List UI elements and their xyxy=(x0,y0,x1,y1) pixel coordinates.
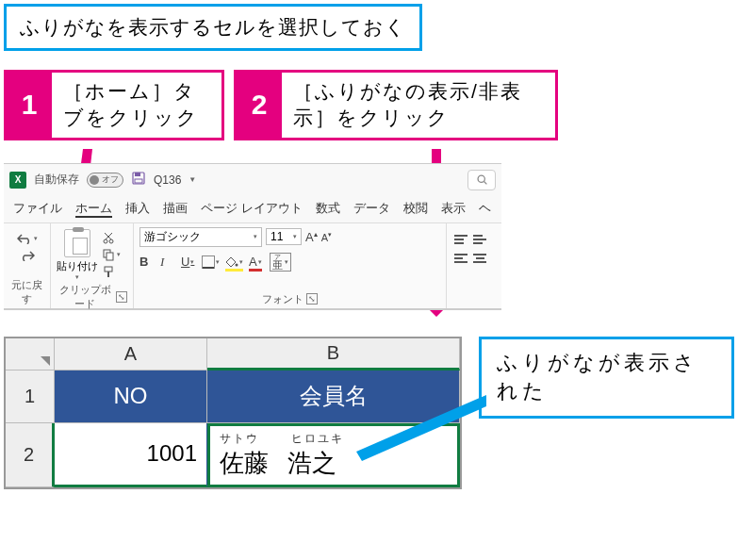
instruction-banner: ふりがなを表示するセルを選択しておく xyxy=(4,4,422,51)
step-1-number: 1 xyxy=(7,73,52,138)
undo-button[interactable]: ▾ xyxy=(17,233,38,244)
bold-button[interactable]: B xyxy=(139,255,155,269)
format-painter-button[interactable] xyxy=(102,265,121,278)
tab-file[interactable]: ファイル xyxy=(13,200,62,217)
doc-dropdown-icon[interactable]: ▼ xyxy=(189,175,196,184)
align-middle-button[interactable] xyxy=(473,235,486,244)
undo-group-label: 元に戻す xyxy=(9,278,44,306)
row-header-2[interactable]: 2 xyxy=(6,423,55,487)
search-icon xyxy=(476,173,488,186)
svg-line-9 xyxy=(105,233,111,239)
clipboard-group: 貼り付け ▾ ▾ クリップボード xyxy=(51,223,134,308)
svg-line-6 xyxy=(484,182,486,185)
cell-a1[interactable]: NO xyxy=(55,371,207,423)
svg-point-7 xyxy=(104,239,107,243)
chevron-down-icon: ▾ xyxy=(117,251,121,258)
underline-button[interactable]: U▾ xyxy=(181,255,196,269)
tab-review[interactable]: 校閲 xyxy=(403,200,428,217)
autosave-toggle[interactable]: オフ xyxy=(87,173,123,188)
font-color-button[interactable]: A ▾ xyxy=(249,255,264,269)
titlebar: X 自動保存 オフ Q136 ▼ xyxy=(4,164,501,196)
column-header-b[interactable]: B xyxy=(207,338,460,371)
select-all-corner[interactable] xyxy=(6,338,55,371)
svg-rect-4 xyxy=(135,179,142,183)
result-text: ふりがなが表示された xyxy=(497,351,698,404)
svg-line-10 xyxy=(106,233,112,239)
font-group: 游ゴシック ▾ 11 ▾ A▴ A▾ B I U▾ xyxy=(134,223,447,308)
tab-draw[interactable]: 描画 xyxy=(163,200,188,217)
save-icon[interactable] xyxy=(131,171,146,189)
align-left-button[interactable] xyxy=(454,254,467,263)
kanji-text: 佐藤 浩之 xyxy=(220,447,336,480)
redo-button[interactable] xyxy=(20,250,35,261)
step-1-text: ［ホーム］タブをクリック xyxy=(52,73,221,138)
result-callout: ふりがなが表示された xyxy=(479,337,734,420)
step-1-callout: 1 ［ホーム］タブをクリック xyxy=(4,70,224,140)
tab-insert[interactable]: 挿入 xyxy=(125,200,150,217)
undo-group: ▾ 元に戻す xyxy=(4,223,51,308)
autosave-label: 自動保存 xyxy=(34,172,79,188)
chevron-down-icon: ▾ xyxy=(239,258,243,266)
dialog-launcher-icon[interactable]: ⤡ xyxy=(116,291,127,303)
fill-color-button[interactable]: ▾ xyxy=(225,255,243,269)
cell-a2[interactable]: 1001 xyxy=(55,423,207,487)
svg-point-8 xyxy=(109,239,113,243)
excel-window: X 自動保存 オフ Q136 ▼ ファイル ホーム 挿入 描画 ページ レイアウ… xyxy=(4,163,501,310)
svg-rect-13 xyxy=(105,267,112,272)
tab-formulas[interactable]: 数式 xyxy=(316,200,340,217)
row-header-1[interactable]: 1 xyxy=(6,371,55,423)
increase-font-button[interactable]: A▴ xyxy=(305,230,318,244)
tab-home[interactable]: ホーム xyxy=(75,200,112,217)
chevron-down-icon: ▾ xyxy=(216,258,220,266)
svg-rect-3 xyxy=(135,173,140,176)
chevron-down-icon: ▾ xyxy=(258,258,262,266)
paste-button[interactable]: 貼り付け ▾ xyxy=(57,227,98,281)
furigana-text: サトウ ヒロユキ xyxy=(220,431,344,447)
paste-label: 貼り付け xyxy=(57,259,98,273)
font-name-select[interactable]: 游ゴシック ▾ xyxy=(139,227,262,247)
dialog-launcher-icon[interactable]: ⤡ xyxy=(306,293,318,305)
step-2-callout: 2 ［ふりがなの表示/非表示］をクリック xyxy=(234,70,558,140)
align-top-button[interactable] xyxy=(454,235,467,244)
ribbon-tabs: ファイル ホーム 挿入 描画 ページ レイアウト 数式 データ 校閲 表示 ヘ xyxy=(4,196,501,222)
paint-bucket-icon xyxy=(225,255,238,269)
chevron-down-icon: ▾ xyxy=(75,273,79,281)
result-pointer-line xyxy=(356,391,488,467)
tab-help[interactable]: ヘ xyxy=(479,200,491,217)
search-button[interactable] xyxy=(467,170,496,190)
chevron-down-icon: ▾ xyxy=(285,258,288,266)
phonetic-guide-button[interactable]: ア亜 ▾ xyxy=(270,253,291,272)
font-group-label: フォント ⤡ xyxy=(139,292,440,306)
copy-button[interactable]: ▾ xyxy=(102,248,121,261)
column-header-a[interactable]: A xyxy=(55,338,207,371)
document-name: Q136 xyxy=(154,173,181,187)
alignment-group-label xyxy=(454,295,496,306)
cut-button[interactable] xyxy=(102,231,121,244)
italic-button[interactable]: I xyxy=(160,255,175,270)
step-2-text: ［ふりがなの表示/非表示］をクリック xyxy=(282,73,555,138)
align-center-button[interactable] xyxy=(473,254,486,263)
excel-app-icon: X xyxy=(9,172,26,189)
steps-row: 1 ［ホーム］タブをクリック 2 ［ふりがなの表示/非表示］をクリック xyxy=(4,70,734,140)
decrease-font-button[interactable]: A▾ xyxy=(321,231,332,243)
svg-rect-12 xyxy=(107,253,113,260)
tab-page-layout[interactable]: ページ レイアウト xyxy=(201,200,303,217)
border-icon xyxy=(202,255,215,269)
svg-point-15 xyxy=(236,263,238,266)
step-2-number: 2 xyxy=(237,73,282,138)
alignment-group xyxy=(447,223,501,308)
font-size-select[interactable]: 11 ▾ xyxy=(266,228,302,245)
instruction-text: ふりがなを表示するセルを選択しておく xyxy=(20,16,406,38)
ribbon: ▾ 元に戻す 貼り付け ▾ xyxy=(4,222,501,309)
tab-data[interactable]: データ xyxy=(353,200,390,217)
chevron-down-icon: ▾ xyxy=(190,258,194,266)
chevron-down-icon: ▾ xyxy=(293,233,297,240)
paste-icon xyxy=(64,229,90,257)
chevron-down-icon: ▾ xyxy=(34,235,38,242)
clipboard-group-label: クリップボード ⤡ xyxy=(57,283,127,311)
border-button[interactable]: ▾ xyxy=(202,255,220,269)
chevron-down-icon: ▾ xyxy=(254,233,257,240)
tab-view[interactable]: 表示 xyxy=(441,200,466,217)
svg-point-5 xyxy=(478,175,484,182)
svg-marker-16 xyxy=(356,395,486,461)
